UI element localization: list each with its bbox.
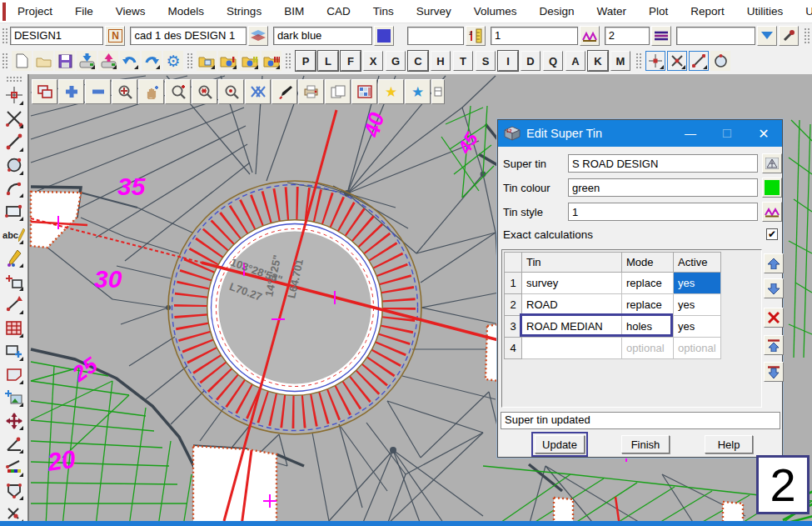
zoom-window-button[interactable] [165,79,191,104]
snap-m-button[interactable]: M [610,51,630,71]
menu-strings[interactable]: Strings [227,2,262,21]
menu-cad[interactable]: CAD [326,2,351,21]
style-input[interactable]: 2 [605,27,650,45]
create-polygon-button[interactable] [2,363,25,386]
cell-active-placeholder[interactable]: optional [674,338,721,359]
toolbar-grip[interactable] [2,28,8,44]
super-tin-pick-button[interactable] [762,153,782,173]
snap-x-button[interactable]: X [363,51,383,71]
sheet-grid-button[interactable] [351,79,377,104]
exact-calculations-checkbox[interactable]: ✔ [766,228,778,240]
eyedropper-button[interactable] [779,26,799,46]
menu-bim[interactable]: BIM [284,2,304,21]
zoom-all-button[interactable] [192,79,217,104]
linestyle-button[interactable] [651,26,671,46]
row-number[interactable]: 1 [504,273,522,294]
toolbar-grip[interactable] [635,53,642,69]
maximize-button[interactable]: ☐ [709,127,745,140]
menu-utilities[interactable]: Utilities [747,2,784,21]
redo-button[interactable] [142,51,162,71]
cell-mode[interactable]: replace [622,273,674,294]
copy-string-button[interactable] [2,340,25,363]
snap-segment-button[interactable]: S [476,51,496,71]
snap-intersect-button[interactable]: I [498,51,518,71]
settings-button[interactable]: ⚙ [163,51,183,71]
tin-colour-swatch-button[interactable] [762,178,782,198]
finish-button[interactable]: Finish [621,435,670,453]
tin-colour-input[interactable]: green [568,178,758,197]
snap-cursor-button[interactable]: C [408,51,428,71]
open-button[interactable] [33,51,53,71]
run-folder-3-button[interactable] [262,51,281,71]
model-input[interactable]: DESIGN1 [10,27,104,45]
cell-tin[interactable]: survey [522,273,622,294]
tin-style-input[interactable]: 1 [568,203,758,221]
extra-input[interactable] [676,27,755,45]
row-number[interactable]: 4 [504,338,522,359]
cell-active[interactable]: yes [674,294,721,316]
close-polygon-button[interactable] [2,479,25,502]
cell-tin[interactable]: ROAD [522,294,622,316]
menu-volumes[interactable]: Volumes [474,2,517,21]
tin-style-pick-button[interactable] [762,202,782,222]
snap-height-button[interactable]: H [431,51,451,71]
favourites-yellow-button[interactable]: ★ [378,79,404,104]
table-button[interactable] [2,317,25,339]
zoom-extent-button[interactable] [112,79,137,104]
zoom-in-button[interactable] [58,79,84,104]
plot-button[interactable] [298,79,324,104]
cad-text-input[interactable]: cad 1 des DESIGN 1 [130,27,246,45]
pan-button[interactable] [138,79,164,104]
cell-tin[interactable] [522,338,622,359]
menu-design[interactable]: Design [540,2,575,21]
menu-views[interactable]: Views [116,2,146,21]
row-number[interactable]: 3 [504,316,522,338]
import-button[interactable] [77,51,97,71]
layers-button[interactable] [248,26,268,46]
menu-report[interactable]: Report [690,2,725,21]
close-button[interactable]: ✕ [745,126,782,142]
cell-tin[interactable]: ROAD MEDIAN [522,316,622,338]
dropdown-button[interactable] [757,26,777,46]
minimize-button[interactable]: — [672,127,709,140]
new-file-button[interactable] [12,51,32,71]
toolbar-grip[interactable] [804,28,810,44]
create-text-button[interactable]: abc [2,223,25,246]
copy-view-button[interactable] [325,79,351,104]
snap-k-button[interactable]: K [588,51,608,71]
insert-below-button[interactable] [764,362,784,382]
menu-user[interactable]: User [805,2,812,21]
help-button[interactable]: Help [705,435,753,453]
dialog-titlebar[interactable]: 12 Edit Super Tin — ☐ ✕ [498,120,782,147]
cell-active-selected[interactable]: yes [674,273,721,294]
toolbar-grip[interactable] [6,76,22,82]
snap-fence-button[interactable]: F [341,51,361,71]
colour-line-button[interactable] [2,456,25,478]
angle-button[interactable] [2,433,25,455]
colour-input[interactable]: dark blue [273,27,372,45]
create-circle-button[interactable] [2,154,25,177]
update-button[interactable]: Update [535,435,585,453]
measure-button[interactable] [2,293,25,316]
toolbar-grip[interactable] [2,53,8,69]
translate-button[interactable] [2,409,25,432]
cell-active[interactable]: yes [674,316,721,338]
menu-tins[interactable]: Tins [373,2,394,21]
raster-button[interactable] [2,387,25,409]
zoom-out-button[interactable] [85,79,111,104]
model-n-button[interactable]: N [105,26,125,46]
menu-file[interactable]: File [75,2,93,21]
cell-mode[interactable]: holes [622,316,674,338]
menu-survey[interactable]: Survey [416,2,451,21]
move-up-button[interactable] [764,253,784,273]
cad-point-button[interactable] [645,51,665,71]
menu-models[interactable]: Models [168,2,205,21]
row-number[interactable]: 2 [504,294,522,316]
tin-select-button[interactable] [580,26,600,46]
run-folder-1-button[interactable] [218,51,238,71]
menu-water[interactable]: Water [597,2,627,21]
height-input[interactable] [407,27,464,45]
insert-above-button[interactable] [764,335,784,355]
refresh-button[interactable] [245,79,271,104]
move-down-button[interactable] [764,278,784,298]
